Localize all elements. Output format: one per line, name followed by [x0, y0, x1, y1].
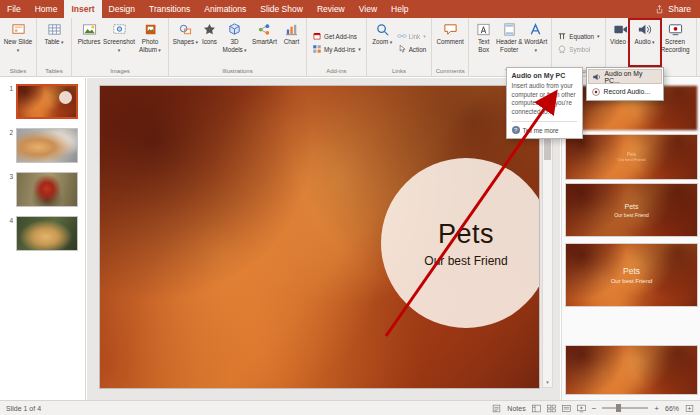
share-icon	[655, 5, 664, 14]
screen-recording-label: Screen Recording	[658, 38, 693, 53]
help-question-icon	[512, 126, 520, 134]
design-thumbnail-2[interactable]: Pets Our best Friend	[566, 135, 697, 179]
tell-me-more-link[interactable]: Tell me more	[512, 121, 577, 134]
symbol-button[interactable]: Symbol	[555, 44, 601, 54]
slide-sorter-view-icon[interactable]	[547, 404, 556, 413]
icons-button[interactable]: Icons	[199, 20, 220, 65]
thumbnail-slide-1[interactable]: 1	[5, 84, 85, 119]
zoom-in-button[interactable]: +	[654, 404, 659, 413]
thumbnail-slide-2[interactable]: 2	[5, 128, 85, 163]
tab-slide-show[interactable]: Slide Show	[253, 0, 310, 18]
slide-2-preview-cat-photo[interactable]	[16, 128, 78, 163]
smartart-button[interactable]: SmartArt	[249, 20, 280, 65]
tab-transitions[interactable]: Transitions	[142, 0, 197, 18]
slide-thumbnail-panel: 1 2 3 4	[0, 78, 86, 400]
audio-speaker-icon	[637, 21, 652, 38]
header-footer-label: Header & Footer	[495, 38, 523, 53]
comment-icon	[443, 21, 458, 38]
zoom-slider-thumb[interactable]	[616, 404, 621, 412]
shapes-label: Shapes	[173, 38, 198, 46]
tell-me-more-label: Tell me more	[523, 127, 559, 134]
share-button[interactable]: Share	[646, 0, 700, 18]
slide-editor-area: Pets Our best Friend	[87, 78, 560, 400]
zoom-slider[interactable]	[602, 407, 648, 409]
comment-label: Comment	[437, 38, 464, 46]
audio-button[interactable]: Audio Audio on My PC Insert audio from y…	[632, 20, 658, 65]
zoom-out-button[interactable]: −	[592, 404, 597, 413]
slide-subtitle-text[interactable]: Our best Friend	[424, 254, 507, 268]
chart-button[interactable]: Chart	[280, 20, 303, 65]
zoom-button[interactable]: Zoom	[370, 20, 395, 65]
slide-number: 1	[5, 84, 13, 92]
action-button[interactable]: Action	[395, 44, 429, 54]
audio-label: Audio	[635, 38, 655, 46]
group-label-comments: Comments	[435, 66, 465, 76]
tab-animations[interactable]: Animations	[197, 0, 253, 18]
tab-view[interactable]: View	[352, 0, 384, 18]
slide-title-text[interactable]: Pets	[438, 219, 494, 250]
3d-models-button[interactable]: 3D Models	[220, 20, 249, 65]
comment-button[interactable]: Comment	[435, 20, 465, 65]
wordart-button[interactable]: WordArt	[523, 20, 548, 65]
group-label-add-ins: Add-ins	[310, 66, 363, 76]
menu-item-audio-on-my-pc[interactable]: Audio on My PC...	[588, 69, 662, 84]
screen-recording-button[interactable]: Screen Recording	[658, 20, 693, 65]
design-thumbnail-5[interactable]	[566, 346, 697, 394]
slide-canvas[interactable]: Pets Our best Friend	[100, 86, 539, 388]
my-add-ins-button[interactable]: My Add-ins	[310, 44, 363, 54]
zoom-level[interactable]: 66%	[665, 405, 679, 412]
tab-review[interactable]: Review	[310, 0, 352, 18]
audio-dropdown-menu: Audio on My PC... Record Audio...	[586, 67, 664, 101]
wordart-label: WordArt	[523, 38, 548, 53]
ribbon-group-images: Pictures Screenshot Photo Album Images	[72, 18, 169, 76]
smartart-icon	[257, 21, 272, 38]
equation-button[interactable]: Equation	[555, 31, 601, 41]
shapes-button[interactable]: Shapes	[172, 20, 199, 65]
design-thumbnail-3[interactable]: Pets Our best Friend	[566, 184, 697, 236]
chart-icon	[284, 21, 299, 38]
tab-insert[interactable]: Insert	[64, 0, 101, 18]
thumbnail-slide-3[interactable]: 3	[5, 172, 85, 207]
slide-4-preview-dog-photo[interactable]	[16, 216, 78, 251]
tab-help[interactable]: Help	[384, 0, 415, 18]
header-footer-button[interactable]: Header & Footer	[495, 20, 523, 65]
photo-album-label: Photo Album	[135, 38, 165, 53]
title-circle-shape[interactable]: Pets Our best Friend	[381, 158, 539, 328]
photo-album-icon	[143, 21, 158, 38]
status-bar: Slide 1 of 4 Notes − + 66%	[0, 400, 700, 415]
text-box-button[interactable]: Text Box	[472, 20, 495, 65]
video-button[interactable]: Video	[609, 20, 632, 65]
pictures-button[interactable]: Pictures	[75, 20, 103, 65]
ribbon-group-tables: Table Tables	[37, 18, 72, 76]
tab-home[interactable]: Home	[28, 0, 65, 18]
slide-3-preview-bird-photo[interactable]	[16, 172, 78, 207]
thumbnail-slide-4[interactable]: 4	[5, 216, 85, 251]
tab-file[interactable]: File	[0, 0, 28, 18]
link-button[interactable]: Link	[395, 31, 429, 41]
new-slide-button[interactable]: New Slide	[3, 20, 33, 65]
text-box-label: Text Box	[472, 38, 495, 53]
scroll-down-icon[interactable]	[543, 377, 552, 387]
fit-to-window-icon[interactable]	[685, 404, 694, 413]
wordart-icon	[528, 21, 543, 38]
notes-toggle[interactable]: Notes	[507, 405, 525, 412]
thumb-subtitle: Our best Friend	[618, 157, 646, 162]
get-add-ins-button[interactable]: Get Add-ins	[310, 31, 363, 41]
group-label-illustrations: Illustrations	[172, 66, 303, 76]
group-label-slides: Slides	[3, 66, 33, 76]
slideshow-view-icon[interactable]	[577, 404, 586, 413]
screenshot-label: Screenshot	[103, 38, 135, 53]
reading-view-icon[interactable]	[562, 404, 571, 413]
tab-design[interactable]: Design	[102, 0, 142, 18]
record-icon	[591, 87, 601, 97]
thumb-title: Pets	[623, 266, 640, 276]
design-thumbnail-4[interactable]: Pets Our best Friend	[566, 244, 697, 306]
screen-recording-icon	[668, 21, 683, 38]
photo-album-button[interactable]: Photo Album	[135, 20, 165, 65]
table-button[interactable]: Table	[40, 20, 68, 65]
slide-1-preview[interactable]	[16, 84, 78, 119]
screenshot-button[interactable]: Screenshot	[103, 20, 135, 65]
normal-view-icon[interactable]	[532, 404, 541, 413]
workspace: 1 2 3 4 Pets Our best Friend	[0, 78, 700, 400]
menu-item-record-audio[interactable]: Record Audio...	[588, 84, 662, 99]
